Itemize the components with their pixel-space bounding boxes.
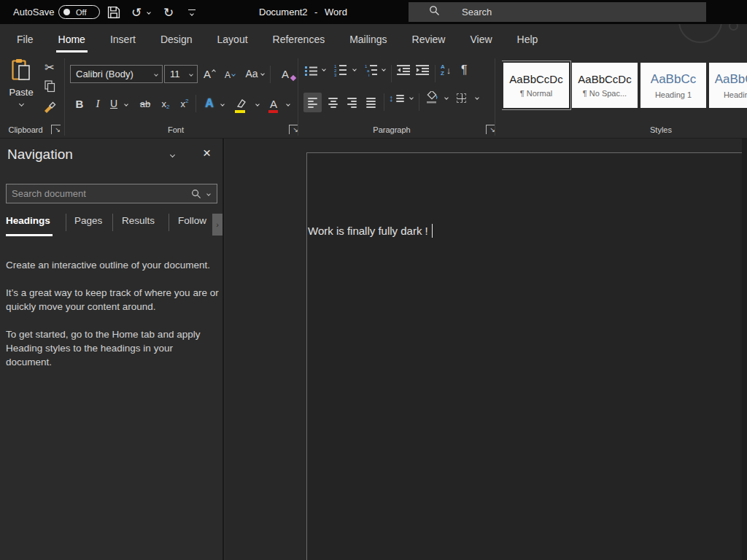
align-left-button[interactable] <box>303 93 322 112</box>
font-color-dropdown-icon[interactable] <box>283 97 293 112</box>
justify-button[interactable] <box>362 93 380 112</box>
ribbon: Paste ✂ Clipboard ↘ Calibri (Body) 11 <box>0 55 747 139</box>
undo-icon[interactable]: ↺ <box>131 4 142 21</box>
font-family-value: Calibri (Body) <box>76 69 155 79</box>
headings-tab-underline <box>6 234 53 236</box>
text-cursor <box>432 224 433 238</box>
font-family-select[interactable]: Calibri (Body) <box>70 65 163 83</box>
document-canvas: Work is finally fully dark ! <box>225 139 747 560</box>
autosave-label: AutoSave <box>13 7 54 18</box>
style-heading-2[interactable]: AaBbCcD Heading 2 <box>709 63 747 108</box>
tab-help[interactable]: Help <box>505 24 551 55</box>
tab-layout[interactable]: Layout <box>205 24 260 55</box>
font-size-select[interactable]: 11 <box>164 65 198 83</box>
format-painter-icon[interactable] <box>39 98 60 116</box>
tab-review[interactable]: Review <box>400 24 458 55</box>
paste-button[interactable]: Paste <box>4 58 38 122</box>
undo-dropdown-icon[interactable] <box>147 4 150 21</box>
nav-tab-following[interactable]: Follow <box>178 215 206 226</box>
customize-toolbar-icon[interactable] <box>188 4 196 21</box>
superscript-button[interactable]: x2 <box>177 95 193 112</box>
shading-dropdown-icon[interactable] <box>442 96 451 99</box>
nav-tab-headings[interactable]: Headings <box>6 215 50 226</box>
search-document-icon[interactable] <box>191 189 201 199</box>
tab-home[interactable]: Home <box>46 24 98 55</box>
decrease-indent-icon[interactable] <box>397 65 410 75</box>
tab-file[interactable]: File <box>4 24 46 55</box>
style-no-spacing[interactable]: AaBbCcDc ¶ No Spac... <box>572 63 638 108</box>
navigation-search-input[interactable] <box>7 188 191 199</box>
borders-dropdown-icon[interactable] <box>473 96 481 99</box>
document-text-line[interactable]: Work is finally fully dark ! <box>308 224 433 238</box>
search-label: Search <box>462 7 492 18</box>
font-color-button[interactable]: A <box>266 93 282 114</box>
highlight-button[interactable] <box>232 93 251 114</box>
bullets-dropdown-icon[interactable] <box>320 68 328 71</box>
navigation-options-dropdown-icon[interactable] <box>170 152 175 158</box>
document-title: Document2 - Word <box>259 7 347 18</box>
shading-icon[interactable] <box>425 91 439 104</box>
strikethrough-button[interactable]: ab <box>136 95 155 112</box>
tab-insert[interactable]: Insert <box>98 24 148 55</box>
multilevel-list-icon[interactable]: 1 a i <box>365 64 377 77</box>
tab-references[interactable]: References <box>260 24 338 55</box>
multilevel-dropdown-icon[interactable] <box>379 68 388 71</box>
clear-formatting-button[interactable]: A <box>276 65 295 82</box>
search-options-dropdown-icon[interactable] <box>206 192 211 196</box>
borders-icon[interactable] <box>457 93 466 103</box>
clipboard-dialog-launcher-icon[interactable]: ↘ <box>51 125 61 134</box>
bullets-icon[interactable] <box>305 66 317 76</box>
text-effects-dropdown-icon[interactable] <box>217 97 228 112</box>
nav-tab-results[interactable]: Results <box>122 215 155 226</box>
search-icon <box>429 5 440 19</box>
clipboard-group-label: Clipboard <box>3 125 48 134</box>
subscript-button[interactable]: x2 <box>158 95 174 112</box>
font-group-label: Font <box>70 125 282 134</box>
increase-indent-icon[interactable] <box>416 65 429 75</box>
line-spacing-icon[interactable]: ↕ <box>389 93 404 104</box>
shrink-font-button[interactable]: A <box>220 67 239 83</box>
line-spacing-dropdown-icon[interactable] <box>407 96 416 99</box>
underline-button[interactable]: U <box>107 95 121 112</box>
redo-icon[interactable]: ↻ <box>163 4 174 21</box>
eraser-icon <box>290 75 296 81</box>
title-bar: AutoSave Off ↺ ↻ Document2 - Word Search <box>0 0 747 24</box>
autosave-state: Off <box>76 8 86 17</box>
save-icon[interactable] <box>107 4 120 21</box>
align-center-button[interactable] <box>324 93 342 112</box>
show-hide-pilcrow-icon[interactable]: ¶ <box>461 63 468 77</box>
tab-mailings[interactable]: Mailings <box>337 24 399 55</box>
sort-icon[interactable]: AZ ↓ <box>441 63 451 77</box>
ribbon-tab-row: File Home Insert Design Layout Reference… <box>0 24 747 55</box>
style-heading-1[interactable]: AaBbCc Heading 1 <box>640 63 706 108</box>
bold-button[interactable]: B <box>71 95 88 112</box>
tab-view[interactable]: View <box>457 24 504 55</box>
numbering-dropdown-icon[interactable] <box>350 68 359 71</box>
underline-dropdown-icon[interactable] <box>121 97 131 112</box>
navigation-search-box <box>6 184 217 203</box>
titlebar-search[interactable]: Search <box>409 2 706 22</box>
document-page[interactable] <box>306 152 747 560</box>
change-case-button[interactable]: Aa <box>242 66 267 82</box>
grow-font-button[interactable]: A <box>200 66 219 82</box>
nav-paragraph: It’s a great way to keep track of where … <box>6 286 220 314</box>
autosave-toggle[interactable]: Off <box>58 5 100 19</box>
vertical-scrollbar[interactable] <box>742 139 747 560</box>
nav-paragraph: To get started, go to the Home tab and a… <box>6 327 220 369</box>
tab-design[interactable]: Design <box>148 24 205 55</box>
account-avatar-ghost-icon <box>678 24 722 43</box>
nav-tabs-scroll-right-button[interactable]: › <box>212 214 222 236</box>
text-effects-button[interactable]: A <box>201 95 217 112</box>
nav-tab-pages[interactable]: Pages <box>74 215 102 226</box>
highlight-dropdown-icon[interactable] <box>252 97 263 112</box>
align-right-button[interactable] <box>343 93 361 112</box>
navigation-close-icon[interactable]: × <box>203 145 211 161</box>
style-normal[interactable]: AaBbCcDc ¶ Normal <box>503 63 569 108</box>
cut-icon[interactable]: ✂ <box>41 59 58 75</box>
navigation-help-text: Create an interactive outline of your do… <box>6 258 220 383</box>
paragraph-group-label: Paragraph <box>301 125 483 134</box>
svg-text:i: i <box>368 73 369 77</box>
italic-button[interactable]: I <box>90 95 105 112</box>
numbering-icon[interactable]: 1 2 3 <box>334 64 347 77</box>
copy-icon[interactable] <box>41 78 58 94</box>
